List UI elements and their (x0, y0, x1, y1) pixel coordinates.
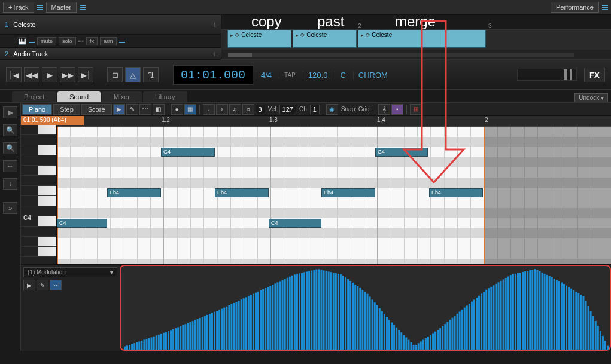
auto-select-icon[interactable]: ▶ (23, 280, 35, 290)
key-value[interactable]: C (335, 71, 350, 79)
scale-value[interactable]: CHROM (353, 71, 393, 79)
midi-note[interactable]: Eb4 (321, 188, 375, 197)
svg-rect-135 (451, 318, 453, 350)
pointer-tool-icon[interactable]: ▶ (113, 104, 125, 115)
performance-button[interactable]: Performance (551, 2, 599, 13)
loop-end-marker[interactable] (484, 127, 485, 264)
perf-menu-icon[interactable] (602, 5, 608, 10)
grid-icon[interactable]: ▦ (184, 104, 196, 115)
mute-button[interactable]: mute (37, 37, 56, 45)
go-end-button[interactable]: ▶⎮ (78, 67, 93, 82)
snap-label[interactable]: Snap: Grid (339, 106, 372, 112)
play-button[interactable]: ▶ (42, 67, 57, 82)
treble-icon[interactable]: 𝄞 (378, 104, 390, 115)
loop-button[interactable]: ⊡ (107, 67, 123, 82)
track-row[interactable]: 1 Celeste + (0, 15, 221, 35)
add-icon[interactable]: + (212, 49, 217, 59)
time-signature[interactable]: 4/4 (256, 71, 276, 79)
metronome-button[interactable]: △ (125, 67, 141, 82)
play-icon[interactable]: ▶ (3, 106, 17, 118)
midi-clip[interactable]: ▸ ⟳ Celeste (358, 30, 486, 48)
midi-clip[interactable]: ▸ ⟳ Celeste (293, 30, 357, 48)
auto-line-icon[interactable]: 〰 (50, 280, 62, 290)
svg-rect-194 (595, 321, 597, 350)
tempo-value[interactable]: 120.0 (303, 71, 333, 79)
clip-lane[interactable]: ▸ ⟳ Celeste ▸ ⟳ Celeste ▸ ⟳ Celeste (221, 30, 611, 50)
record-icon[interactable]: ● (171, 104, 183, 115)
arrange-area[interactable]: copy past 2 merge 3 ▸ ⟳ Celeste ▸ ⟳ Cele… (221, 15, 611, 59)
svg-rect-59 (267, 287, 269, 350)
note-quarter-icon[interactable]: ♫ (229, 104, 241, 115)
automation-param-dropdown[interactable]: (1) Modulation▾ (23, 267, 117, 277)
arrange-ruler[interactable]: copy past 2 merge 3 (221, 15, 611, 30)
scale-icon[interactable]: ⊞ (410, 104, 422, 115)
midi-note[interactable]: C4 (57, 219, 107, 228)
tab-library[interactable]: Library (143, 91, 187, 102)
auto-pencil-icon[interactable]: ✎ (37, 280, 48, 290)
svg-rect-64 (279, 281, 281, 350)
svg-rect-66 (284, 279, 286, 350)
svg-rect-83 (326, 271, 327, 350)
piano-keyboard[interactable]: C4 (21, 116, 57, 264)
midi-note[interactable]: G4 (375, 148, 428, 157)
midi-note[interactable]: Eb4 (429, 188, 483, 197)
svg-rect-16 (163, 333, 165, 350)
master-volume-slider[interactable] (517, 69, 577, 81)
arm-menu-icon[interactable] (119, 39, 125, 43)
midi-note[interactable]: G4 (161, 148, 215, 157)
zoom-in-icon[interactable]: 🔍 (3, 124, 17, 136)
loop-start-marker[interactable] (57, 127, 58, 264)
go-start-button[interactable]: ⎮◀ (6, 67, 22, 82)
undock-button[interactable]: Undock ▾ (574, 93, 608, 102)
piano-grid[interactable]: 1.21.31.42 C4Eb4G4Eb4C4Eb4G4Eb4 (57, 116, 611, 264)
tab-mixer[interactable]: Mixer (102, 91, 142, 102)
midi-clip[interactable]: ▸ ⟳ Celeste (227, 30, 291, 48)
note-half-icon[interactable]: ♪ (216, 104, 228, 115)
velocity-value[interactable]: 127 (279, 105, 296, 114)
tab-project[interactable]: Project (12, 91, 56, 102)
time-display[interactable]: 01:01.000 (173, 65, 253, 85)
mode-piano-button[interactable]: Piano (22, 104, 52, 115)
track-row[interactable]: 2 Audio Track + (0, 48, 221, 60)
circle-icon[interactable]: ◉ (326, 104, 338, 115)
fx-button[interactable]: fx (86, 37, 98, 45)
svg-rect-78 (313, 270, 315, 350)
settings-button[interactable]: ⇅ (143, 67, 159, 82)
rewind-button[interactable]: ◀◀ (24, 67, 39, 82)
expand-icon[interactable]: » (3, 202, 17, 214)
track-menu-icon[interactable] (37, 5, 43, 10)
master-menu-icon[interactable] (80, 5, 86, 10)
master-button[interactable]: Master (46, 2, 77, 13)
mode-score-button[interactable]: Score (81, 104, 112, 115)
brush-tool-icon[interactable]: 〰 (139, 104, 151, 115)
channel-value[interactable]: 1 (310, 105, 320, 114)
midi-note[interactable]: Eb4 (215, 188, 269, 197)
tab-sound[interactable]: Sound (57, 91, 101, 102)
fit-width-icon[interactable]: ↔ (3, 160, 17, 172)
forward-button[interactable]: ▶▶ (60, 67, 75, 82)
quantize-value[interactable]: 3 (256, 105, 265, 114)
add-track-button[interactable]: +Track (3, 2, 34, 13)
automation-area[interactable] (120, 265, 611, 351)
solo-button[interactable]: solo (59, 37, 76, 45)
svg-rect-162 (517, 273, 519, 350)
arm-button[interactable]: arm (100, 37, 117, 45)
track-controls: 🎹 mute solo ••• fx arm (0, 35, 221, 48)
note-whole-icon[interactable]: ♩ (203, 104, 215, 115)
note-eighth-icon[interactable]: ♬ (242, 104, 254, 115)
add-icon[interactable]: + (212, 20, 217, 29)
midi-menu-icon[interactable] (29, 39, 35, 43)
mode-step-button[interactable]: Step (53, 104, 80, 115)
piano-ruler[interactable]: 1.21.31.42 (57, 116, 611, 127)
tap-tempo[interactable]: TAP (279, 72, 300, 78)
master-fx-button[interactable]: FX (584, 68, 605, 82)
fit-height-icon[interactable]: ↕ (3, 178, 17, 190)
svg-rect-24 (182, 325, 184, 350)
midi-note[interactable]: Eb4 (107, 188, 161, 197)
midi-note[interactable]: C4 (269, 219, 321, 228)
color-icon[interactable]: ▪ (391, 104, 403, 115)
zoom-out-icon[interactable]: 🔍 (3, 142, 17, 154)
eraser-tool-icon[interactable]: ◧ (153, 104, 165, 115)
pencil-tool-icon[interactable]: ✎ (126, 104, 138, 115)
arrange-scrollbar[interactable] (227, 52, 575, 58)
